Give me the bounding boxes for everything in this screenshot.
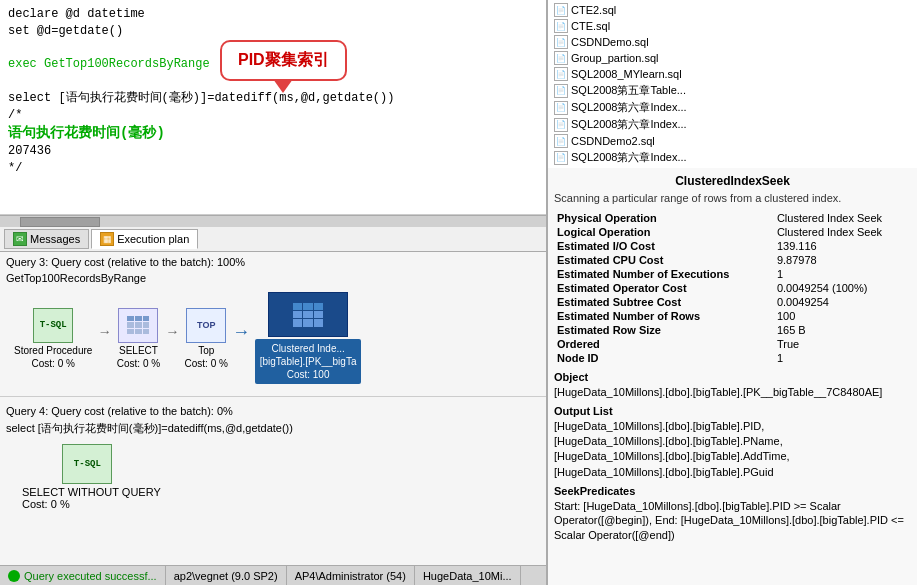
file-item[interactable]: 📄SQL2008_MYlearn.sql <box>550 66 915 82</box>
query3-label: Query 3: Query cost (relative to the bat… <box>6 256 540 268</box>
tab-messages[interactable]: ✉ Messages <box>4 229 89 249</box>
status-bar: Query executed successf... ap2\vegnet (9… <box>0 565 546 585</box>
stored-proc-node: T-SQL Stored Procedure Cost: 0 % <box>14 308 92 369</box>
file-list: 📄CTE2.sql📄CTE.sql📄CSDNDemo.sql📄Group_par… <box>548 0 917 168</box>
code-line-7: /* <box>8 107 538 124</box>
file-item[interactable]: 📄SQL2008第六章Index... <box>550 149 915 166</box>
arrow-1: → <box>100 324 108 352</box>
top-node: TOP Top Cost: 0 % <box>185 308 228 369</box>
code-area: declare @d datetime set @d=getdate() exe… <box>0 0 546 215</box>
clustered-icon <box>268 292 348 337</box>
props-panel: ClusteredIndexSeek Scanning a particular… <box>548 168 917 548</box>
props-val-row-size: 165 B <box>774 323 911 337</box>
file-item[interactable]: 📄SQL2008第六章Index... <box>550 99 915 116</box>
file-name: SQL2008_MYlearn.sql <box>571 68 682 80</box>
arrow-2: → <box>168 324 176 352</box>
props-row-num-rows: Estimated Number of Rows 100 <box>554 309 911 323</box>
props-val-io-cost: 139.116 <box>774 239 911 253</box>
file-item[interactable]: 📄SQL2008第五章Table... <box>550 82 915 99</box>
object-val: [HugeData_10Millons].[dbo].[bigTable].[P… <box>554 385 911 399</box>
file-item[interactable]: 📄CSDNDemo.sql <box>550 34 915 50</box>
props-label-physical-op: Physical Operation <box>554 211 774 225</box>
code-line-1: declare @d datetime <box>8 6 538 23</box>
query4-plan-row: T-SQL SELECT WITHOUT QUERY Cost: 0 % <box>6 440 540 514</box>
file-icon: 📄 <box>554 84 568 98</box>
file-item[interactable]: 📄CTE2.sql <box>550 2 915 18</box>
file-item[interactable]: 📄CSDNDemo2.sql <box>550 133 915 149</box>
select-without-query-label: SELECT WITHOUT QUERY Cost: 0 % <box>14 486 161 510</box>
status-server: ap2\vegnet (9.0 SP2) <box>166 566 287 585</box>
props-table: Physical Operation Clustered Index Seek … <box>554 211 911 365</box>
select-label: SELECT <box>119 345 158 356</box>
execution-area: Query 3: Query cost (relative to the bat… <box>0 252 546 565</box>
props-label-op-cost: Estimated Operator Cost <box>554 281 774 295</box>
select-without-query-node: T-SQL SELECT WITHOUT QUERY Cost: 0 % <box>14 444 161 510</box>
scroll-thumb[interactable] <box>20 217 100 227</box>
file-name: CTE2.sql <box>571 4 616 16</box>
props-label-ordered: Ordered <box>554 337 774 351</box>
tab-messages-label: Messages <box>30 233 80 245</box>
code-result-label: 语句执行花费时间(毫秒) <box>8 124 538 144</box>
props-row-subtree-cost: Estimated Subtree Cost 0.0049254 <box>554 295 911 309</box>
seek-section-label: SeekPredicates <box>554 485 911 497</box>
main-container: declare @d datetime set @d=getdate() exe… <box>0 0 917 585</box>
props-label-row-size: Estimated Row Size <box>554 323 774 337</box>
tab-execution-plan-label: Execution plan <box>117 233 189 245</box>
query3-proc: GetTop100RecordsByRange <box>6 272 540 284</box>
file-item[interactable]: 📄Group_partion.sql <box>550 50 915 66</box>
code-result-value: 207436 <box>8 143 538 160</box>
props-label-logical-op: Logical Operation <box>554 225 774 239</box>
file-icon: 📄 <box>554 101 568 115</box>
seek-val: Start: [HugeData_10Millons].[dbo].[bigTa… <box>554 499 911 542</box>
tab-execution-plan[interactable]: ▦ Execution plan <box>91 229 198 249</box>
left-panel: declare @d datetime set @d=getdate() exe… <box>0 0 547 585</box>
query4-section: Query 4: Query cost (relative to the bat… <box>0 401 546 518</box>
top-cost: Cost: 0 % <box>185 358 228 369</box>
file-name: CSDNDemo.sql <box>571 36 649 48</box>
props-val-cpu-cost: 9.87978 <box>774 253 911 267</box>
props-label-num-rows: Estimated Number of Rows <box>554 309 774 323</box>
top-label: Top <box>198 345 214 356</box>
props-row-node-id: Node ID 1 <box>554 351 911 365</box>
tabs-bar: ✉ Messages ▦ Execution plan <box>0 227 546 252</box>
file-name: CSDNDemo2.sql <box>571 135 655 147</box>
plan-nodes-row: T-SQL Stored Procedure Cost: 0 % → <box>6 288 540 388</box>
props-label-io-cost: Estimated I/O Cost <box>554 239 774 253</box>
status-db: HugeData_10Mi... <box>415 566 521 585</box>
file-icon: 📄 <box>554 35 568 49</box>
props-desc: Scanning a particular range of rows from… <box>554 191 911 205</box>
file-name: SQL2008第六章Index... <box>571 100 687 115</box>
right-panel: 📄CTE2.sql📄CTE.sql📄CSDNDemo.sql📄Group_par… <box>547 0 917 585</box>
execution-plan-icon: ▦ <box>100 232 114 246</box>
file-name: SQL2008第五章Table... <box>571 83 686 98</box>
file-icon: 📄 <box>554 51 568 65</box>
props-val-ordered: True <box>774 337 911 351</box>
props-label-cpu-cost: Estimated CPU Cost <box>554 253 774 267</box>
file-icon: 📄 <box>554 67 568 81</box>
select-cost: Cost: 0 % <box>117 358 160 369</box>
props-row-io-cost: Estimated I/O Cost 139.116 <box>554 239 911 253</box>
props-val-logical-op: Clustered Index Seek <box>774 225 911 239</box>
output-list-section-label: Output List <box>554 405 911 417</box>
stored-proc-cost: Cost: 0 % <box>32 358 75 369</box>
props-row-physical-op: Physical Operation Clustered Index Seek <box>554 211 911 225</box>
file-icon: 📄 <box>554 151 568 165</box>
horizontal-scrollbar[interactable] <box>0 215 546 227</box>
file-icon: 📄 <box>554 19 568 33</box>
props-val-num-rows: 100 <box>774 309 911 323</box>
query3-section: Query 3: Query cost (relative to the bat… <box>0 252 546 392</box>
props-val-num-exec: 1 <box>774 267 911 281</box>
status-success-item: Query executed successf... <box>0 566 166 585</box>
file-item[interactable]: 📄SQL2008第六章Index... <box>550 116 915 133</box>
code-line-9: */ <box>8 160 538 177</box>
status-user: AP4\Administrator (54) <box>287 566 415 585</box>
file-name: Group_partion.sql <box>571 52 658 64</box>
props-title: ClusteredIndexSeek <box>554 174 911 188</box>
select-icon <box>118 308 158 343</box>
clustered-index-node: Clustered Inde... [bigTable].[PK__bigTa … <box>255 292 362 384</box>
props-label-node-id: Node ID <box>554 351 774 365</box>
balloon-pid: PID聚集索引 <box>220 40 347 81</box>
stored-proc-icon: T-SQL <box>33 308 73 343</box>
file-item[interactable]: 📄CTE.sql <box>550 18 915 34</box>
output-list-val: [HugeData_10Millons].[dbo].[bigTable].PI… <box>554 419 911 481</box>
